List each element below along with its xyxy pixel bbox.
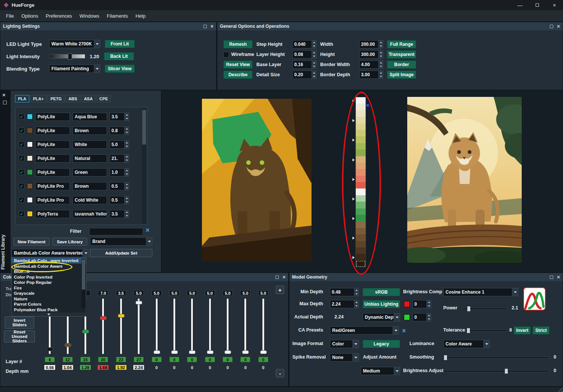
detail-size-input[interactable]: 0.20 [292, 71, 316, 79]
wireframe-checkbox[interactable] [223, 52, 229, 57]
slider-handle[interactable] [47, 347, 53, 351]
slider-track[interactable] [244, 298, 247, 354]
filament-checkbox[interactable] [19, 114, 24, 119]
spin-down-arrow[interactable] [125, 131, 129, 134]
spin-up-arrow[interactable] [354, 300, 358, 304]
minimize-button[interactable]: — [511, 0, 528, 10]
led-light-type-dropdown[interactable]: Warm White 2700K [49, 40, 100, 48]
filament-td-input[interactable]: 0.5 [110, 196, 129, 204]
color-strip-segment[interactable] [356, 143, 366, 149]
color-strip-segment[interactable] [356, 176, 366, 182]
red-comp-input[interactable]: 0 [412, 300, 431, 308]
filament-name-field[interactable]: White [72, 140, 107, 149]
dynamic-depth-dropdown[interactable]: Dynamic Depth [363, 313, 400, 321]
filament-td-input[interactable]: 5.0 [110, 140, 129, 149]
filament-checkbox[interactable] [19, 128, 24, 133]
srgb-button[interactable]: sRGB [363, 288, 400, 296]
slider-handle[interactable] [154, 350, 160, 354]
border-button[interactable]: Border [387, 60, 416, 69]
slider-track[interactable] [155, 298, 158, 354]
spin-up-arrow[interactable] [125, 127, 129, 131]
new-filament-button[interactable]: New Filament [14, 238, 50, 246]
close-icon[interactable]: × [211, 24, 214, 29]
set-option[interactable]: Parrot Colors [12, 302, 86, 307]
filament-checkbox[interactable] [19, 155, 24, 161]
filament-name-field[interactable]: Natural [72, 154, 107, 163]
spin-down-arrow[interactable] [379, 54, 383, 58]
image-format-dropdown[interactable]: Color [330, 340, 359, 348]
slider-track[interactable] [102, 298, 104, 354]
spin-up-arrow[interactable] [312, 41, 316, 44]
spin-arrows[interactable] [124, 155, 129, 162]
spin-down-arrow[interactable] [125, 117, 129, 121]
spin-down-arrow[interactable] [125, 214, 129, 218]
legacy-button[interactable]: Legacy [363, 340, 400, 348]
slider-handle[interactable] [100, 316, 107, 320]
green-comp-input[interactable]: 0 [412, 313, 431, 321]
spin-arrows[interactable] [124, 196, 129, 204]
spin-arrows[interactable] [378, 41, 383, 48]
slider-handle[interactable] [65, 343, 71, 347]
color-strip-segment[interactable] [356, 104, 366, 110]
tolerance-slider[interactable] [465, 330, 507, 332]
base-layer-input[interactable]: 0.16 [292, 60, 316, 69]
filament-checkbox[interactable] [19, 211, 24, 217]
filament-name-field[interactable]: iavannah Yellow [72, 210, 107, 218]
spin-up-arrow[interactable] [125, 182, 129, 186]
filament-brand-field[interactable]: PolyLite [35, 140, 70, 149]
step-height-input[interactable]: 0.040 [292, 40, 316, 48]
spin-up-arrow[interactable] [427, 300, 431, 304]
scrollbar[interactable] [142, 109, 146, 223]
color-strip-segment[interactable] [356, 228, 366, 234]
slider-max-box[interactable]: 5.0 [187, 290, 197, 296]
spin-arrows[interactable] [124, 127, 129, 134]
spin-up-arrow[interactable] [379, 41, 383, 44]
describe-button[interactable]: Describe [223, 71, 253, 79]
ca-clear-icon[interactable]: × [402, 327, 406, 335]
add-slider-button[interactable]: + [276, 286, 284, 294]
spin-up-arrow[interactable] [379, 51, 383, 54]
menu-item-filaments[interactable]: Filaments [103, 12, 132, 20]
set-option[interactable]: Grayscale [12, 291, 86, 296]
filament-brand-field[interactable]: PolyLite [35, 127, 70, 135]
spin-down-arrow[interactable] [312, 44, 316, 48]
spin-down-arrow[interactable] [354, 304, 358, 308]
back-lit-button[interactable]: Back Lit [104, 52, 134, 60]
filament-brand-field[interactable]: PolyLite Pro [35, 196, 70, 204]
spin-down-arrow[interactable] [125, 145, 129, 148]
color-strip-segment[interactable] [356, 188, 366, 195]
close-icon[interactable]: × [283, 274, 286, 280]
color-strip-segment[interactable] [356, 130, 366, 136]
filament-td-input[interactable]: 0.5 [110, 182, 129, 190]
spike-removal-dropdown[interactable]: None [330, 353, 359, 362]
slider-handle[interactable] [171, 350, 178, 354]
slider-max-box[interactable]: 5.0 [223, 290, 233, 296]
smoothing-slider[interactable] [443, 357, 549, 359]
wireframe-toggle[interactable]: Wireframe [223, 52, 253, 57]
slider-handle[interactable] [189, 350, 196, 354]
spin-arrows[interactable] [312, 51, 316, 58]
filament-name-field[interactable]: Cold White [72, 196, 107, 204]
spin-arrows[interactable] [426, 314, 431, 321]
spin-up-arrow[interactable] [312, 61, 316, 65]
spin-down-arrow[interactable] [125, 158, 129, 162]
filament-td-input[interactable]: 21. [110, 154, 129, 163]
border-depth-input[interactable]: 3.00 [359, 71, 383, 79]
slider-handle[interactable] [207, 350, 214, 354]
resize-grip[interactable] [558, 387, 563, 392]
color-strip-segment[interactable] [356, 221, 366, 228]
scrollbar-thumb[interactable] [142, 110, 146, 145]
add-update-set-button[interactable]: Add/Update Set [90, 249, 152, 257]
close-icon[interactable]: × [557, 274, 560, 280]
spin-arrows[interactable] [124, 210, 129, 218]
filament-td-input[interactable]: 0.8 [110, 127, 129, 135]
color-strip-segment[interactable] [356, 169, 366, 175]
spin-up-arrow[interactable] [312, 51, 316, 54]
power-slider[interactable] [462, 308, 508, 310]
set-option[interactable]: Color Pop Inverted [12, 274, 86, 280]
color-strip-segment[interactable] [356, 124, 366, 130]
ca-presets-dropdown[interactable]: Red/Green [330, 326, 399, 335]
tab-cpe[interactable]: CPE [96, 95, 111, 103]
front-lit-button[interactable]: Front Lit [105, 40, 135, 48]
filament-brand-field[interactable]: PolyLite [35, 154, 70, 163]
